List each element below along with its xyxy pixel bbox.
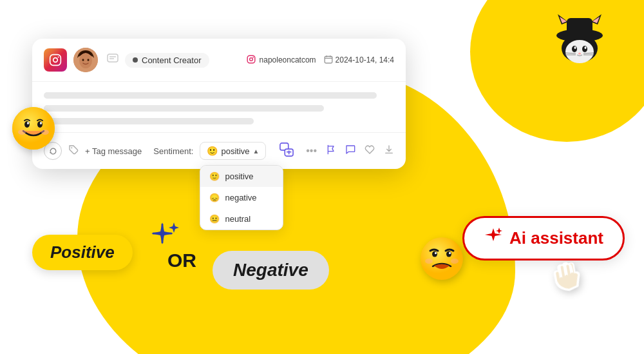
sentiment-menu[interactable]: 🙂 positive 😞 negative 😐 neutral	[200, 165, 283, 230]
ig-small-icon	[247, 55, 256, 66]
svg-point-42	[18, 130, 26, 135]
action-icons: •••	[306, 144, 394, 157]
svg-point-25	[252, 56, 254, 57]
more-icon[interactable]: •••	[306, 145, 317, 157]
sentiment-value: positive	[221, 146, 249, 156]
card-body	[32, 82, 406, 124]
card-header: Content Creator napoleoncatcom	[32, 39, 406, 82]
instagram-icon	[44, 48, 67, 72]
angry-emoji	[420, 237, 464, 290]
neutral-label: neutral	[225, 214, 251, 224]
sentiment-option-neutral[interactable]: 😐 neutral	[200, 208, 283, 230]
message-icon	[107, 54, 118, 66]
svg-rect-2	[567, 18, 592, 37]
svg-point-46	[446, 251, 451, 257]
svg-rect-23	[247, 55, 255, 63]
sentiment-label: Sentiment:	[153, 146, 193, 156]
negative-text: Negative	[233, 260, 308, 280]
svg-point-8	[578, 53, 581, 55]
positive-emoji-icon: 🙂	[209, 172, 220, 181]
translate-icon[interactable]	[279, 143, 294, 160]
avatar	[73, 48, 98, 72]
happy-emoji	[12, 106, 55, 159]
flag-icon[interactable]	[326, 144, 336, 157]
positive-text: Positive	[50, 242, 115, 262]
comment-icon[interactable]	[345, 144, 355, 157]
svg-point-15	[58, 56, 59, 57]
svg-point-45	[432, 251, 437, 257]
napoleon-info: napoleoncatcom	[247, 55, 316, 66]
sparkle-icon	[484, 227, 503, 250]
ai-assistant-button[interactable]: Ai assistant	[462, 216, 625, 261]
svg-point-5	[582, 46, 587, 52]
svg-point-37	[12, 107, 55, 150]
svg-point-18	[82, 59, 84, 61]
svg-rect-26	[325, 56, 332, 63]
tag-message-button[interactable]: + Tag message	[85, 146, 142, 156]
download-icon[interactable]	[384, 144, 394, 157]
sentiment-positive-emoji: 🙂	[207, 146, 218, 156]
positive-badge: Positive	[32, 235, 133, 270]
svg-point-49	[425, 259, 433, 264]
svg-point-41	[40, 122, 42, 124]
content-creator-badge: Content Creator	[125, 53, 209, 68]
card-header-right: napoleoncatcom 2024-10-14, 14:4	[247, 55, 394, 66]
svg-rect-13	[50, 55, 61, 66]
chevron-up-icon: ▲	[253, 148, 260, 155]
mascot	[547, 13, 605, 74]
svg-point-14	[53, 58, 58, 63]
content-creator-label: Content Creator	[142, 55, 202, 65]
negative-label: negative	[225, 193, 256, 202]
sentiment-button[interactable]: 🙂 positive ▲	[200, 142, 266, 160]
sentiment-option-positive[interactable]: 🙂 positive	[200, 166, 283, 187]
svg-point-4	[572, 46, 577, 52]
sentiment-option-negative[interactable]: 😞 negative	[200, 187, 283, 208]
text-line-3	[44, 118, 254, 124]
stars-decoration	[148, 219, 180, 254]
svg-point-50	[451, 259, 459, 264]
calendar-section: 2024-10-14, 14:4	[324, 55, 394, 66]
tag-icon	[68, 144, 79, 157]
svg-point-3	[565, 40, 594, 63]
svg-rect-20	[108, 54, 118, 62]
badge-dot	[133, 57, 138, 63]
svg-point-7	[585, 46, 587, 49]
svg-point-48	[449, 252, 451, 255]
negative-emoji-icon: 😞	[209, 193, 220, 202]
svg-point-47	[435, 252, 437, 255]
svg-point-38	[24, 121, 30, 128]
negative-badge: Negative	[213, 251, 329, 290]
ai-assistant-label: Ai assistant	[509, 228, 603, 248]
neutral-emoji-icon: 😐	[209, 214, 220, 224]
text-line-1	[44, 92, 377, 99]
calendar-icon	[324, 55, 333, 66]
svg-point-43	[41, 130, 49, 135]
svg-point-39	[37, 121, 43, 128]
positive-label: positive	[225, 172, 253, 181]
svg-point-17	[79, 53, 92, 68]
svg-point-40	[27, 122, 29, 124]
sentiment-dropdown[interactable]: 🙂 positive ▲ 🙂 positive 😞 negative 😐 neu…	[200, 142, 266, 160]
text-line-2	[44, 105, 324, 112]
svg-point-30	[71, 147, 72, 148]
svg-point-44	[421, 237, 463, 280]
date-label: 2024-10-14, 14:4	[336, 55, 394, 64]
napoleon-account: napoleoncatcom	[260, 55, 316, 64]
ui-card: Content Creator napoleoncatcom	[32, 39, 406, 169]
card-footer: + Tag message Sentiment: 🙂 positive ▲ 🙂 …	[32, 132, 406, 169]
tag-message-label: + Tag message	[85, 146, 142, 156]
heart-icon[interactable]	[365, 144, 375, 157]
svg-point-6	[574, 46, 576, 49]
svg-point-19	[88, 59, 90, 61]
svg-point-24	[249, 57, 252, 61]
cursor-hand	[549, 257, 586, 301]
